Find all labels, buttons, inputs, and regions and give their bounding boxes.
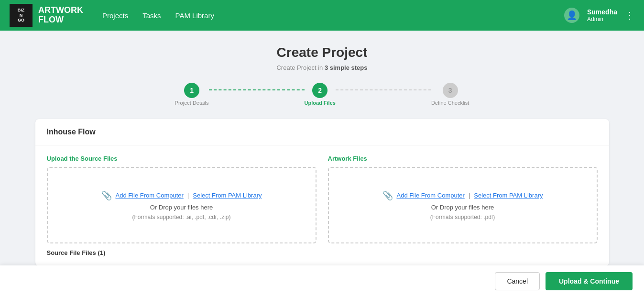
artwork-separator: | (469, 192, 470, 199)
card-header: Inhouse Flow (35, 119, 609, 145)
card-title: Inhouse Flow (47, 128, 96, 136)
source-formats: (Formats supported: .ai, .pdf, .cdr, .zi… (132, 214, 230, 220)
step-circle-3: 3 (443, 83, 458, 98)
artwork-paperclip-icon: 📎 (382, 190, 393, 201)
source-separator: | (187, 192, 189, 199)
footer: Cancel Upload & Continue (0, 265, 644, 297)
source-files-title: Upload the Source Files (47, 155, 317, 162)
step-label-2: Upload Files (305, 100, 336, 106)
brand-name: ARTWORK FLOW (38, 6, 83, 25)
avatar: 👤 (564, 8, 579, 23)
artwork-upload-links: 📎 Add File From Computer | Select From P… (382, 190, 543, 201)
step-label-3: Define Checklist (431, 100, 469, 106)
user-role: Admin (587, 16, 617, 22)
artwork-pam-link[interactable]: Select From PAM Library (474, 192, 543, 199)
source-files-count-label: Source File Files (1) (47, 249, 317, 256)
user-name: Sumedha (587, 8, 617, 16)
header: BIZNGO ARTWORK FLOW Projects Tasks PAM L… (0, 0, 644, 31)
source-files-section: Upload the Source Files 📎 Add File From … (47, 155, 317, 256)
upload-continue-button[interactable]: Upload & Continue (546, 272, 633, 290)
artwork-files-section: Artwork Files 📎 Add File From Computer |… (328, 155, 598, 256)
step-connector-2 (336, 89, 431, 90)
source-pam-link[interactable]: Select From PAM Library (193, 192, 262, 199)
header-right: 👤 Sumedha Admin ⋮ (564, 8, 634, 23)
step-connector-1 (209, 89, 305, 90)
step-label-1: Project Details (175, 100, 209, 106)
artwork-dropzone[interactable]: 📎 Add File From Computer | Select From P… (328, 167, 598, 243)
step-1: 1 Project Details (175, 83, 209, 106)
card-body: Upload the Source Files 📎 Add File From … (35, 145, 609, 266)
source-add-file-link[interactable]: Add File From Computer (116, 192, 184, 199)
paperclip-icon: 📎 (101, 190, 112, 201)
artwork-formats: (Formats supported: .pdf) (430, 214, 495, 220)
step-circle-2: 2 (312, 83, 327, 98)
steps-indicator: 1 Project Details 2 Upload Files 3 Defin… (10, 83, 634, 106)
artwork-files-title: Artwork Files (328, 155, 598, 162)
logo-icon: BIZNGO (18, 8, 25, 23)
step-2: 2 Upload Files (305, 83, 336, 106)
page-subtitle: Create Project in 3 simple steps (10, 64, 634, 71)
artwork-add-file-link[interactable]: Add File From Computer (397, 192, 465, 199)
artwork-or-text: Or Drop your files here (431, 204, 494, 211)
step-3: 3 Define Checklist (431, 83, 469, 106)
main-nav: Projects Tasks PAM Library (102, 11, 564, 20)
nav-projects[interactable]: Projects (102, 11, 128, 20)
main-card: Inhouse Flow Upload the Source Files 📎 A… (35, 119, 609, 266)
more-icon[interactable]: ⋮ (625, 10, 634, 21)
source-or-text: Or Drop your files here (150, 204, 213, 211)
nav-tasks[interactable]: Tasks (142, 11, 161, 20)
cancel-button[interactable]: Cancel (495, 272, 540, 290)
main-content: Create Project Create Project in 3 simpl… (0, 31, 644, 297)
source-dropzone[interactable]: 📎 Add File From Computer | Select From P… (47, 167, 317, 243)
source-upload-links: 📎 Add File From Computer | Select From P… (101, 190, 262, 201)
page-title: Create Project (10, 45, 634, 60)
step-circle-1: 1 (184, 83, 199, 98)
nav-pam-library[interactable]: PAM Library (175, 11, 214, 20)
user-info: Sumedha Admin (587, 8, 617, 22)
logo-box: BIZNGO (10, 4, 33, 27)
